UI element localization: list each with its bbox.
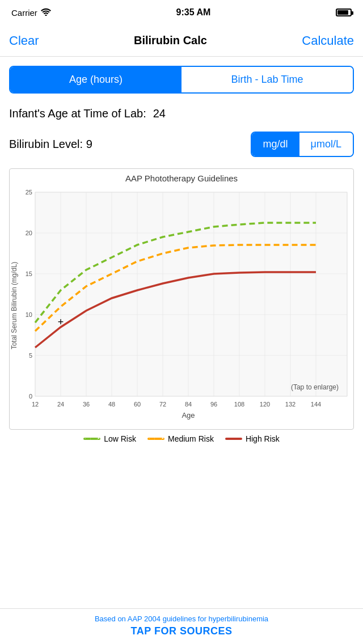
bilirubin-label: Bilirubin Level: 9 [9, 138, 92, 151]
svg-text:20: 20 [26, 230, 32, 236]
calculate-button[interactable]: Calculate [302, 33, 354, 48]
svg-text:15: 15 [26, 270, 32, 277]
segment-age-hours[interactable]: Age (hours) [10, 67, 182, 92]
svg-text:84: 84 [185, 401, 192, 408]
infant-age-row: Infant's Age at Time of Lab: 24 [9, 107, 354, 120]
carrier-info: Carrier [11, 8, 51, 18]
chart-svg: Total Serum Bilirubin (mg/dL) [10, 187, 354, 425]
segment-control: Age (hours) Birth - Lab Time [9, 66, 354, 94]
svg-text:144: 144 [311, 401, 321, 408]
svg-text:60: 60 [134, 401, 141, 408]
infant-age-label: Infant's Age at Time of Lab: [9, 107, 146, 120]
svg-text:Age: Age [182, 411, 195, 420]
clear-button[interactable]: Clear [9, 33, 39, 48]
chart-legend: Low Risk Medium Risk High Risk [9, 434, 354, 443]
svg-text:5: 5 [29, 352, 32, 359]
legend-high-risk-line [225, 438, 242, 440]
chart-area: Total Serum Bilirubin (mg/dL) [10, 187, 353, 427]
legend-medium-risk-line [147, 438, 164, 440]
segment-birth-lab[interactable]: Birth - Lab Time [182, 67, 353, 92]
svg-text:72: 72 [159, 401, 166, 408]
svg-text:96: 96 [210, 401, 217, 408]
legend-medium-risk: Medium Risk [147, 434, 214, 443]
svg-text:10: 10 [26, 311, 32, 318]
main-content: Age (hours) Birth - Lab Time Infant's Ag… [0, 57, 363, 452]
wifi-icon [41, 8, 51, 18]
svg-text:132: 132 [285, 401, 296, 408]
svg-text:12: 12 [32, 401, 39, 408]
svg-text:24: 24 [57, 401, 64, 408]
unit-umoll-button[interactable]: μmol/L [299, 133, 353, 156]
svg-point-0 [45, 14, 47, 16]
carrier-label: Carrier [11, 8, 37, 18]
svg-text:25: 25 [26, 189, 32, 196]
legend-low-risk-line [83, 438, 100, 440]
status-bar: Carrier 9:35 AM [0, 0, 363, 25]
svg-text:36: 36 [83, 401, 90, 408]
legend-low-risk: Low Risk [83, 434, 136, 443]
legend-low-risk-label: Low Risk [104, 434, 136, 443]
chart-container[interactable]: AAP Phototherapy Guidelines Total Serum … [9, 168, 354, 430]
svg-text:+: + [58, 316, 64, 328]
battery-icon [336, 9, 352, 16]
status-time: 9:35 AM [176, 7, 211, 18]
svg-text:0: 0 [29, 393, 32, 400]
nav-title: Bilirubin Calc [134, 34, 207, 47]
nav-bar: Clear Bilirubin Calc Calculate [0, 25, 363, 57]
svg-rect-2 [35, 192, 347, 396]
svg-text:120: 120 [260, 401, 270, 408]
svg-text:Total Serum Bilirubin (mg/dL): Total Serum Bilirubin (mg/dL) [10, 262, 18, 350]
svg-text:48: 48 [108, 401, 115, 408]
unit-control: mg/dl μmol/L [251, 132, 354, 157]
svg-text:(Tap to enlarge): (Tap to enlarge) [291, 383, 339, 391]
infant-age-value: 24 [153, 107, 166, 120]
legend-medium-risk-label: Medium Risk [168, 434, 214, 443]
footer[interactable]: Based on AAP 2004 guidelines for hyperbi… [0, 608, 363, 644]
bilirubin-row: Bilirubin Level: 9 mg/dl μmol/L [9, 132, 354, 157]
footer-subtitle: Based on AAP 2004 guidelines for hyperbi… [9, 615, 354, 623]
legend-high-risk-label: High Risk [246, 434, 280, 443]
svg-text:108: 108 [234, 401, 244, 408]
battery-container [336, 9, 352, 16]
unit-mgdl-button[interactable]: mg/dl [252, 133, 299, 156]
legend-high-risk: High Risk [225, 434, 280, 443]
footer-tap-sources[interactable]: TAP FOR SOURCES [9, 625, 354, 637]
chart-title: AAP Phototherapy Guidelines [10, 173, 353, 183]
